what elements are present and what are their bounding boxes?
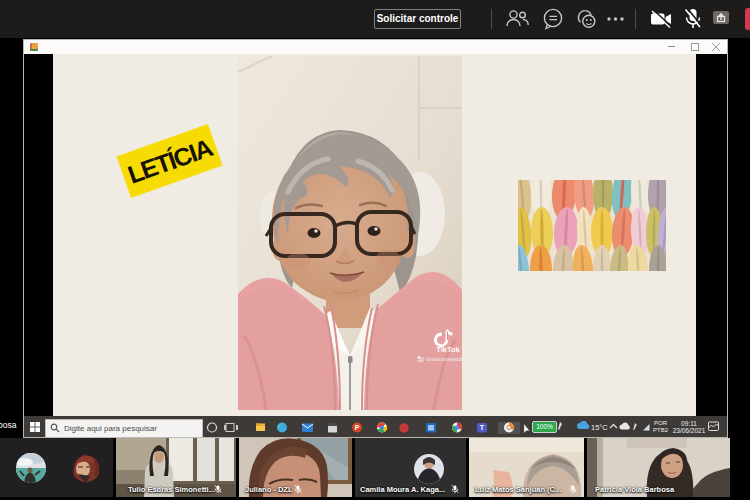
- svg-text:P: P: [355, 424, 360, 431]
- svg-text:15°C: 15°C: [591, 423, 608, 432]
- svg-text:T: T: [480, 424, 485, 431]
- svg-text:TikTok: TikTok: [436, 345, 460, 354]
- svg-text:@ funaucionejeiodi: @ funaucionejeiodi: [420, 356, 462, 362]
